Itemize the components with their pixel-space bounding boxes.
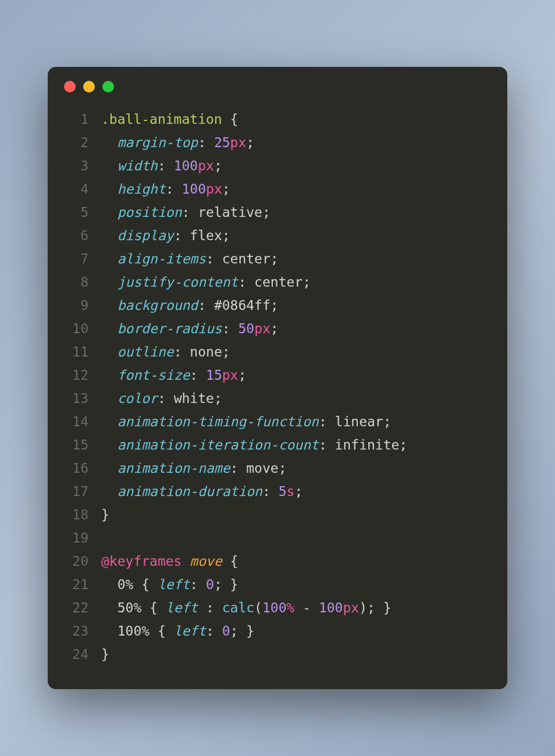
- token-punct: [101, 251, 118, 266]
- code-line: 5 position: relative;: [59, 201, 491, 224]
- code-line: 22 50% { left : calc(100% - 100px); }: [59, 596, 491, 619]
- token-punct: :: [222, 321, 239, 336]
- token-unit: px: [254, 321, 271, 336]
- token-property: background: [118, 298, 198, 313]
- code-text: outline: none;: [101, 340, 230, 363]
- token-punct: [101, 135, 118, 150]
- code-line: 15 animation-iteration-count: infinite;: [59, 433, 491, 457]
- line-number: 18: [59, 503, 88, 526]
- token-punct: ;: [222, 181, 230, 197]
- token-punct: [101, 205, 118, 220]
- code-text: font-size: 15px;: [101, 363, 246, 387]
- token-unit: px: [230, 135, 247, 150]
- token-punct: : move;: [230, 461, 287, 476]
- token-punct: :: [158, 158, 174, 173]
- close-icon[interactable]: [64, 81, 76, 92]
- code-line: 19: [59, 526, 491, 550]
- token-punct: [182, 554, 190, 569]
- code-line: 4 height: 100px;: [59, 177, 491, 201]
- token-property: animation-duration: [118, 484, 262, 499]
- token-punct: }: [101, 507, 109, 522]
- token-punct: [101, 414, 118, 429]
- line-number: 3: [59, 154, 88, 177]
- code-text: margin-top: 25px;: [101, 131, 254, 154]
- token-punct: :: [262, 484, 279, 499]
- token-punct: }: [101, 647, 109, 662]
- token-punct: : relative;: [182, 205, 270, 220]
- code-text: background: #0864ff;: [101, 294, 279, 317]
- line-number: 15: [59, 433, 88, 457]
- token-number: 100: [182, 181, 207, 197]
- token-number: 0: [206, 577, 214, 592]
- token-punct: -: [294, 600, 319, 615]
- code-line: 21 0% { left: 0; }: [59, 573, 491, 596]
- token-punct: : linear;: [319, 414, 392, 429]
- token-unit: s: [287, 484, 295, 499]
- line-number: 6: [59, 224, 88, 247]
- code-text: animation-name: move;: [101, 457, 287, 480]
- code-text: .ball-animation {: [101, 108, 238, 131]
- code-text: color: white;: [101, 387, 222, 410]
- code-window: 1.ball-animation {2 margin-top: 25px;3 w…: [48, 67, 507, 689]
- line-number: 24: [59, 643, 88, 666]
- token-punct: 100% {: [101, 623, 174, 639]
- token-punct: :: [166, 181, 182, 197]
- code-line: 17 animation-duration: 5s;: [59, 480, 491, 503]
- code-line: 16 animation-name: move;: [59, 457, 491, 480]
- token-property: left: [158, 577, 190, 592]
- code-text: animation-iteration-count: infinite;: [101, 433, 407, 457]
- token-number: 5: [279, 484, 287, 499]
- line-number: 14: [59, 410, 88, 433]
- token-unit: px: [222, 368, 239, 383]
- token-punct: 0% {: [101, 577, 158, 592]
- token-punct: : center;: [238, 274, 311, 290]
- token-punct: [101, 274, 118, 290]
- line-number: 19: [59, 526, 88, 550]
- code-text: border-radius: 50px;: [101, 317, 279, 340]
- token-punct: [101, 391, 118, 406]
- code-text: 0% { left: 0; }: [101, 573, 238, 596]
- token-punct: : none;: [174, 344, 230, 359]
- token-number: 100: [174, 158, 198, 173]
- token-punct: :: [190, 368, 206, 383]
- token-property: border-radius: [118, 321, 222, 336]
- code-content[interactable]: 1.ball-animation {2 margin-top: 25px;3 w…: [48, 98, 507, 689]
- code-text: height: 100px;: [101, 177, 230, 201]
- token-punct: [101, 437, 118, 452]
- code-line: 2 margin-top: 25px;: [59, 131, 491, 154]
- token-punct: ;: [238, 368, 246, 383]
- window-titlebar: [48, 67, 507, 98]
- token-property: left: [166, 600, 198, 615]
- line-number: 5: [59, 201, 88, 224]
- token-property: animation-timing-function: [118, 414, 319, 429]
- token-punct: [101, 368, 118, 383]
- token-punct: : infinite;: [319, 437, 407, 452]
- token-selector: .ball-animation: [101, 112, 230, 127]
- code-line: 1.ball-animation {: [59, 108, 491, 131]
- line-number: 4: [59, 177, 88, 201]
- token-number: 0: [222, 623, 230, 639]
- code-text: width: 100px;: [101, 154, 222, 177]
- line-number: 13: [59, 387, 88, 410]
- token-property: width: [118, 158, 158, 173]
- line-number: 9: [59, 294, 88, 317]
- maximize-icon[interactable]: [102, 81, 114, 92]
- token-property: display: [118, 228, 174, 243]
- token-func: calc: [222, 600, 254, 615]
- token-property: left: [174, 623, 206, 639]
- token-name-ital: move: [190, 554, 222, 569]
- token-number: 100: [262, 600, 287, 615]
- line-number: 21: [59, 573, 88, 596]
- token-unit: px: [198, 158, 214, 173]
- token-punct: :: [198, 135, 214, 150]
- token-punct: : center;: [206, 251, 279, 266]
- code-text: }: [101, 643, 109, 666]
- token-punct: : #0864ff;: [198, 298, 278, 313]
- token-number: 50: [238, 321, 254, 336]
- token-property: outline: [118, 344, 174, 359]
- token-punct: [101, 181, 118, 197]
- line-number: 1: [59, 108, 88, 131]
- token-punct: ; }: [230, 623, 255, 639]
- minimize-icon[interactable]: [83, 81, 95, 92]
- code-line: 3 width: 100px;: [59, 154, 491, 177]
